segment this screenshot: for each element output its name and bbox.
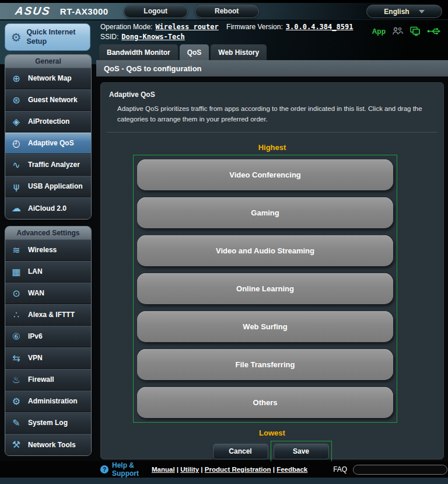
reboot-button[interactable]: Reboot <box>195 5 259 18</box>
sidebar-item-label: Alexa & IFTTT <box>28 311 75 319</box>
sidebar-item-vpn[interactable]: ⇆ VPN <box>5 347 91 369</box>
category-web-surfing[interactable]: Web Surfing <box>137 311 393 342</box>
category-video-conferencing[interactable]: Video Conferencing <box>137 159 393 190</box>
faq-search-input[interactable] <box>353 465 447 475</box>
save-focus-outline: Save <box>271 441 332 462</box>
sidebar-item-label: Adaptive QoS <box>28 139 74 147</box>
operation-mode-label: Operation Mode: <box>100 23 152 31</box>
firmware-label: Firmware Version: <box>226 23 283 31</box>
system-log-icon: ✎ <box>9 417 24 429</box>
quick-internet-setup-button[interactable]: ⚙ Quick Internet Setup <box>5 23 90 51</box>
faq-label: FAQ <box>333 465 347 473</box>
sidebar-item-ipv6[interactable]: ⑥ IPv6 <box>5 326 91 347</box>
tab-bar: Bandwidth Monitor QoS Web History <box>99 44 267 60</box>
category-video-audio-streaming[interactable]: Video and Audio Streaming <box>137 235 393 266</box>
category-others[interactable]: Others <box>137 387 393 418</box>
sidebar-item-alexa-ifttt[interactable]: ∴ Alexa & IFTTT <box>5 304 91 326</box>
sidebar-item-label: LAN <box>28 267 43 276</box>
language-value: English <box>384 8 409 16</box>
sidebar-item-label: Administration <box>28 397 78 405</box>
qis-label: Quick Internet Setup <box>26 28 85 46</box>
traffic-analyzer-icon: ∿ <box>9 159 24 170</box>
sidebar-item-aicloud[interactable]: ☁ AiCloud 2.0 <box>5 197 91 219</box>
category-online-learning[interactable]: Online Learning <box>137 273 393 304</box>
network-tools-icon: ⚒ <box>9 439 24 450</box>
help-question-icon: ? <box>100 465 108 473</box>
guest-network-icon: ⊛ <box>9 95 24 106</box>
tab-web-history[interactable]: Web History <box>211 44 267 60</box>
tab-bandwidth-monitor[interactable]: Bandwidth Monitor <box>99 44 178 60</box>
sidebar-item-aiprotection[interactable]: ◈ AiProtection <box>5 111 91 133</box>
sidebar-item-label: Network Map <box>28 74 72 82</box>
sidebar-item-usb-application[interactable]: ψ USB Application <box>5 176 91 197</box>
sidebar-item-guest-network[interactable]: ⊛ Guest Network <box>5 89 91 111</box>
usb-application-icon: ψ <box>9 181 24 192</box>
sidebar-item-network-tools[interactable]: ⚒ Network Tools <box>5 434 91 455</box>
language-select[interactable]: English <box>366 5 442 18</box>
model-name: RT-AX3000 <box>60 6 108 16</box>
operation-mode-link[interactable]: Wireless router <box>155 23 218 31</box>
save-button[interactable]: Save <box>274 444 329 459</box>
info-line-2: SSID:Dong-Knows-Tech <box>100 32 353 42</box>
sidebar-item-wireless[interactable]: ≋ Wireless <box>5 239 91 261</box>
chevron-down-icon <box>419 10 425 13</box>
lan-port-icon: ▦ <box>9 266 24 277</box>
qis-gear-icon: ⚙ <box>10 30 22 44</box>
sidebar-advanced-section: Advanced Settings ≋ Wireless ▦ LAN ⊙ WAN… <box>5 226 92 456</box>
sidebar-item-label: AiCloud 2.0 <box>28 204 66 213</box>
sidebar-item-label: Traffic Analyzer <box>28 161 80 169</box>
alexa-ifttt-icon: ∴ <box>9 309 24 321</box>
ssid-link[interactable]: Dong-Knows-Tech <box>121 33 184 41</box>
sidebar-item-label: VPN <box>28 354 43 362</box>
usb-icon[interactable] <box>427 27 440 36</box>
sidebar-item-label: AiProtection <box>28 117 69 126</box>
category-gaming[interactable]: Gaming <box>137 197 393 228</box>
advanced-section-header: Advanced Settings <box>5 227 91 239</box>
clients-icon[interactable] <box>392 27 403 36</box>
priority-list: Video Conferencing Gaming Video and Audi… <box>133 155 397 423</box>
logout-button[interactable]: Logout <box>124 5 188 18</box>
sidebar-item-traffic-analyzer[interactable]: ∿ Traffic Analyzer <box>5 154 91 176</box>
footer-link-feedback[interactable]: Feedback <box>276 466 307 473</box>
sidebar-item-label: WAN <box>28 289 44 297</box>
sidebar-item-wan[interactable]: ⊙ WAN <box>5 283 91 304</box>
devices-icon[interactable] <box>410 26 421 36</box>
sidebar-item-system-log[interactable]: ✎ System Log <box>5 412 91 434</box>
sidebar-item-network-map[interactable]: ⊕ Network Map <box>5 68 91 89</box>
sidebar-item-label: Firewall <box>28 375 54 384</box>
panel-heading: Adaptive QoS <box>101 83 443 99</box>
wan-globe-icon: ⊙ <box>9 288 24 299</box>
tab-qos[interactable]: QoS <box>180 44 209 60</box>
firmware-link[interactable]: 3.0.0.4.384_8591 <box>286 23 354 31</box>
sidebar-item-firewall[interactable]: ♨ Firewall <box>5 369 91 391</box>
divider <box>107 132 438 133</box>
app-link[interactable]: App <box>372 27 386 36</box>
category-file-transferring[interactable]: File Transferring <box>137 349 393 380</box>
router-info: Operation Mode:Wireless router Firmware … <box>100 22 353 42</box>
vpn-icon: ⇆ <box>9 353 24 364</box>
help-support-link[interactable]: Help & Support <box>112 461 139 478</box>
cancel-button[interactable]: Cancel <box>213 444 268 459</box>
sidebar-item-adaptive-qos[interactable]: ◴ Adaptive QoS <box>5 133 91 154</box>
sidebar-general-section: General ⊕ Network Map ⊛ Guest Network ◈ … <box>5 54 92 220</box>
action-buttons: Cancel Save <box>101 441 443 462</box>
sidebar-item-label: IPv6 <box>28 332 43 340</box>
general-section-header: General <box>5 55 91 68</box>
adaptive-qos-gauge-icon: ◴ <box>9 138 24 149</box>
adaptive-qos-panel: Adaptive QoS Adaptive QoS prioritizes tr… <box>100 82 444 459</box>
panel-description: Adaptive QoS prioritizes traffic from ap… <box>117 104 434 125</box>
footer-link-product-registration[interactable]: Product Registration <box>205 466 271 473</box>
ssid-label: SSID: <box>100 33 118 41</box>
sidebar-item-administration[interactable]: ⚙ Administration <box>5 391 91 412</box>
footer-bar: ? Help & Support ManualUtilityProduct Re… <box>0 461 448 478</box>
footer-link-manual[interactable]: Manual <box>152 466 175 473</box>
ipv6-icon: ⑥ <box>9 331 24 342</box>
footer-link-utility[interactable]: Utility <box>180 466 199 473</box>
wireless-icon: ≋ <box>9 245 24 256</box>
sidebar-item-lan[interactable]: ▦ LAN <box>5 261 91 283</box>
aicloud-cloud-icon: ☁ <box>9 203 24 214</box>
footer-links: ManualUtilityProduct RegistrationFeedbac… <box>152 466 307 473</box>
sidebar-item-label: Wireless <box>28 246 57 254</box>
bottom-strip <box>0 478 448 484</box>
sidebar-item-label: System Log <box>28 419 68 427</box>
